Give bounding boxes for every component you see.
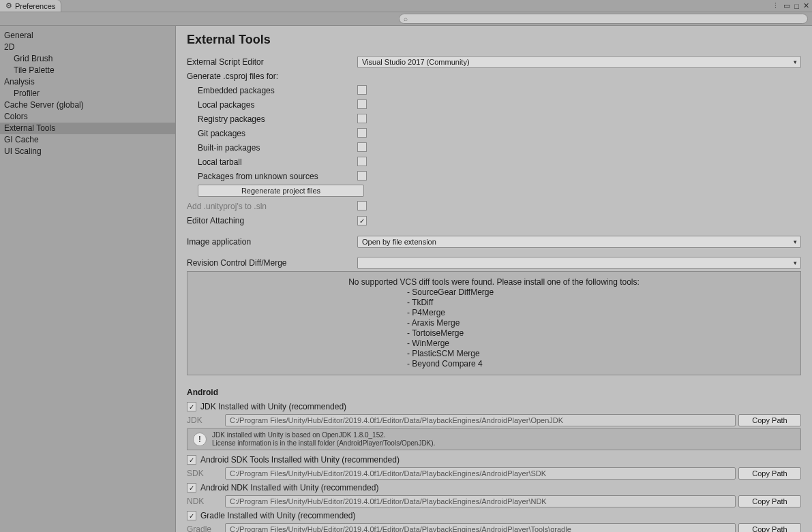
sidebar-item[interactable]: General [0,30,175,42]
csproj-option-checkbox[interactable] [357,85,367,95]
toolbar: ⌕ [0,12,812,26]
image-app-label: Image application [187,237,357,247]
external-script-editor-label: External Script Editor [187,57,357,67]
generate-csproj-label: Generate .csproj files for: [187,72,357,81]
csproj-option-checkbox[interactable] [357,157,367,166]
sidebar-item[interactable]: 2D [0,42,175,53]
sidebar-item[interactable]: Grid Brush [0,53,175,65]
page-title: External Tools [187,33,801,47]
vcs-tool-item: - Araxis Merge [196,318,792,328]
sidebar-item[interactable]: GI Cache [0,134,175,146]
csproj-option-checkbox[interactable] [357,99,367,109]
titlebar: ⚙ Preferences ⋮ ▭ □ ✕ [0,0,812,12]
jdk-installed-label: JDK Installed with Unity (recommended) [200,402,346,411]
close-icon[interactable]: ✕ [803,1,809,10]
ndk-label: NDK [187,497,222,506]
csproj-option-checkbox[interactable] [357,128,367,138]
sdk-installed-label: Android SDK Tools Installed with Unity (… [200,455,400,465]
sdk-installed-checkbox[interactable] [187,455,196,465]
ndk-path-input[interactable]: C:/Program Files/Unity/Hub/Editor/2019.4… [225,495,736,507]
maximize-icon[interactable]: □ [794,2,799,10]
csproj-option-label: Registry packages [187,114,357,124]
minimize-icon[interactable]: ▭ [783,1,790,10]
ndk-installed-label: Android NDK Installed with Unity (recomm… [200,483,378,492]
csproj-option-label: Packages from unknown sources [187,172,357,181]
vcs-tool-item: - TkDiff [196,298,792,308]
tab-preferences[interactable]: ⚙ Preferences [0,0,61,12]
gradle-path-input[interactable]: C:/Program Files/Unity/Hub/Editor/2019.4… [225,523,736,532]
vcs-tool-item: - P4Merge [196,308,792,318]
sdk-copy-button[interactable]: Copy Path [738,467,801,480]
window-buttons: ⋮ ▭ □ ✕ [772,0,812,12]
vcs-tool-item: - TortoiseMerge [196,328,792,339]
gradle-installed-label: Gradle Installed with Unity (recommended… [200,511,355,520]
vcs-tool-item: - SourceGear DiffMerge [196,287,792,298]
csproj-option-label: Embedded packages [187,86,357,95]
sidebar-item[interactable]: Colors [0,111,175,123]
sdk-path-input[interactable]: C:/Program Files/Unity/Hub/Editor/2019.4… [225,467,736,480]
sidebar-item[interactable]: Analysis [0,76,175,88]
csproj-option-label: Git packages [187,129,357,138]
editor-attaching-label: Editor Attaching [187,216,357,225]
info-icon: ! [193,433,207,446]
add-unityproj-checkbox [357,201,367,210]
gear-icon: ⚙ [5,1,12,10]
editor-attaching-checkbox[interactable] [357,216,367,225]
gradle-copy-button[interactable]: Copy Path [738,523,801,532]
sidebar-item[interactable]: Profiler [0,88,175,99]
gradle-installed-checkbox[interactable] [187,511,196,520]
image-app-dropdown[interactable]: Open by file extension [357,236,801,248]
sdk-label: SDK [187,469,222,478]
jdk-installed-checkbox[interactable] [187,402,196,411]
csproj-option-label: Built-in packages [187,143,357,153]
search-input[interactable]: ⌕ [399,14,808,24]
jdk-copy-button[interactable]: Copy Path [738,414,801,426]
vcs-info-header: No supported VCS diff tools were found. … [196,277,792,287]
vcs-tool-item: - PlasticSCM Merge [196,349,792,359]
csproj-option-label: Local packages [187,100,357,110]
revision-control-label: Revision Control Diff/Merge [187,258,357,268]
ndk-installed-checkbox[interactable] [187,483,196,492]
sidebar-item[interactable]: UI Scaling [0,146,175,157]
main-panel: External Tools External Script Editor Vi… [176,26,812,532]
jdk-label: JDK [187,416,222,425]
regenerate-button[interactable]: Regenerate project files [198,185,364,197]
sidebar-item[interactable]: Cache Server (global) [0,99,175,111]
jdk-note: ! JDK installed with Unity is based on O… [187,428,801,450]
sidebar-item[interactable]: External Tools [0,123,175,134]
tab-label: Preferences [15,2,55,10]
jdk-path-input[interactable]: C:/Program Files/Unity/Hub/Editor/2019.4… [225,414,736,426]
csproj-option-checkbox[interactable] [357,171,367,181]
vcs-tool-item: - Beyond Compare 4 [196,359,792,369]
sidebar-item[interactable]: Tile Palette [0,65,175,76]
vcs-tool-item: - WinMerge [196,339,792,349]
revision-control-dropdown[interactable] [357,257,801,269]
csproj-option-label: Local tarball [187,157,357,167]
search-icon: ⌕ [404,15,408,22]
vcs-info-box: No supported VCS diff tools were found. … [187,271,801,375]
sidebar: General2DGrid BrushTile PaletteAnalysisP… [0,26,176,532]
add-unityproj-label: Add .unityproj's to .sln [187,202,357,211]
ndk-copy-button[interactable]: Copy Path [738,495,801,507]
csproj-option-checkbox[interactable] [357,142,367,152]
android-section-title: Android [187,388,801,397]
external-script-editor-dropdown[interactable]: Visual Studio 2017 (Community) [357,56,801,68]
menu-icon[interactable]: ⋮ [772,1,779,10]
gradle-label: Gradle [187,525,222,532]
csproj-option-checkbox[interactable] [357,114,367,123]
